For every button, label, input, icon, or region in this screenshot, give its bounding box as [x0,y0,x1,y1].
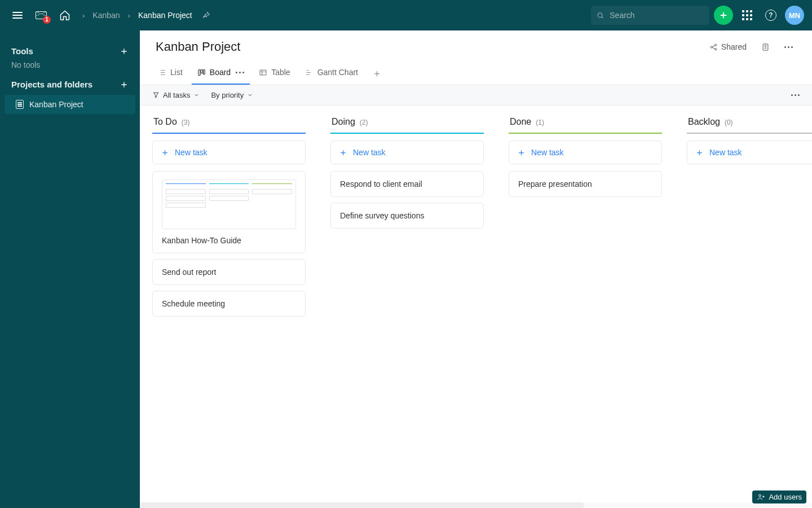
card-title: Prepare presentation [518,179,652,189]
filter-all-tasks[interactable]: All tasks [152,91,200,99]
tab-table[interactable]: Table [253,62,295,85]
sidebar-item-kanban-project[interactable]: Kanban Project [5,95,135,114]
add-users-button[interactable]: Add users [752,491,806,503]
column-count: (3) [182,119,190,126]
column-title: Backlog [688,117,720,127]
column-header[interactable]: Doing(2) [330,117,484,134]
new-task-button[interactable]: New task [509,141,662,164]
plus-icon [695,148,704,157]
sidebar: Tools No tools Projects and folders Kanb… [0,30,140,508]
card-title: Schedule meeting [162,299,296,308]
column-todo: To Do(3)New taskKanban How-To GuideSend … [152,117,306,322]
task-card[interactable]: Kanban How-To Guide [152,171,306,253]
pin-icon [201,11,210,20]
task-card[interactable]: Schedule meeting [152,291,306,317]
plus-icon [120,80,129,89]
plus-icon [120,47,129,56]
new-task-button[interactable]: New task [152,141,306,164]
search-box[interactable] [591,6,709,25]
help-icon: ? [765,10,776,21]
filter-bar: All tasks By priority [140,85,812,106]
hamburger-icon [12,12,23,19]
pin-button[interactable] [201,11,210,20]
column-backlog: Backlog(0)New task [687,117,812,171]
more-button[interactable] [781,44,796,50]
apps-button[interactable] [738,6,757,25]
panel-icon [761,42,770,52]
add-view-button[interactable] [367,64,387,84]
task-card[interactable]: Define survey questions [330,203,484,229]
sidebar-tools-header: Tools [11,46,33,56]
task-card[interactable]: Respond to client email [330,171,484,197]
new-task-label: New task [531,148,564,157]
search-input[interactable] [608,10,704,20]
svg-point-9 [759,494,761,497]
column-doing: Doing(2)New taskRespond to client emailD… [330,117,484,234]
column-title: To Do [153,117,177,127]
tab-gantt[interactable]: Gantt Chart [299,62,364,85]
shared-button[interactable]: Shared [706,40,750,54]
sidebar-item-label: Kanban Project [29,100,83,109]
column-header[interactable]: Done(1) [509,117,662,134]
svg-rect-6 [201,69,202,73]
panel-button[interactable] [758,40,773,54]
breadcrumb-current[interactable]: Kanban Project [138,11,192,20]
share-icon [709,43,718,51]
column-title: Doing [332,117,355,127]
gantt-icon [305,68,314,77]
column-count: (1) [536,119,544,126]
dots-icon [784,46,793,48]
column-count: (0) [725,119,733,126]
user-avatar[interactable]: MN [785,6,804,25]
home-button[interactable] [55,6,74,25]
plus-icon [517,148,526,157]
svg-rect-7 [203,69,205,74]
plus-icon [339,148,347,157]
plus-icon [373,69,381,78]
card-title: Kanban How-To Guide [162,236,296,245]
column-header[interactable]: Backlog(0) [687,117,812,134]
kanban-board: To Do(3)New taskKanban How-To GuideSend … [140,106,812,508]
help-button[interactable]: ? [761,6,780,25]
breadcrumb-parent[interactable]: Kanban [92,11,120,20]
tab-board[interactable]: Board [192,62,250,85]
column-title: Done [510,117,531,127]
svg-rect-4 [763,43,768,50]
column-count: (2) [360,119,368,126]
table-icon [259,68,267,77]
inbox-button[interactable]: 1 [32,6,51,25]
apps-icon [742,10,752,20]
chevron-down-icon [193,92,200,98]
menu-button[interactable] [8,6,27,25]
new-task-button[interactable]: New task [330,141,484,164]
card-title: Send out report [162,268,296,277]
column-header[interactable]: To Do(3) [152,117,306,134]
new-task-label: New task [175,148,208,157]
new-task-label: New task [709,148,742,157]
plus-icon [161,148,169,157]
shared-label: Shared [721,42,747,51]
task-card[interactable]: Prepare presentation [509,171,662,197]
filter-sort[interactable]: By priority [211,91,253,99]
add-tool-button[interactable] [120,47,129,56]
sidebar-tools-empty: No tools [11,60,129,69]
home-icon [59,10,70,21]
create-button[interactable] [714,6,733,25]
dots-icon [791,94,800,96]
tab-board-more[interactable] [236,72,244,73]
project-icon [16,100,24,109]
filter-more-button[interactable] [791,94,800,96]
card-title: Respond to client email [340,179,474,189]
plus-icon [718,10,729,20]
sidebar-projects-header: Projects and folders [11,80,92,89]
filter-icon [152,91,160,99]
tab-list[interactable]: List [152,62,188,85]
add-project-button[interactable] [120,80,129,89]
new-task-button[interactable]: New task [687,141,812,164]
topbar: 1 › Kanban › Kanban Project ? MN [0,0,812,30]
list-icon [158,68,166,77]
task-card[interactable]: Send out report [152,259,306,285]
breadcrumb-sep: › [128,11,130,20]
svg-rect-8 [260,70,266,75]
card-thumbnail [162,179,296,229]
